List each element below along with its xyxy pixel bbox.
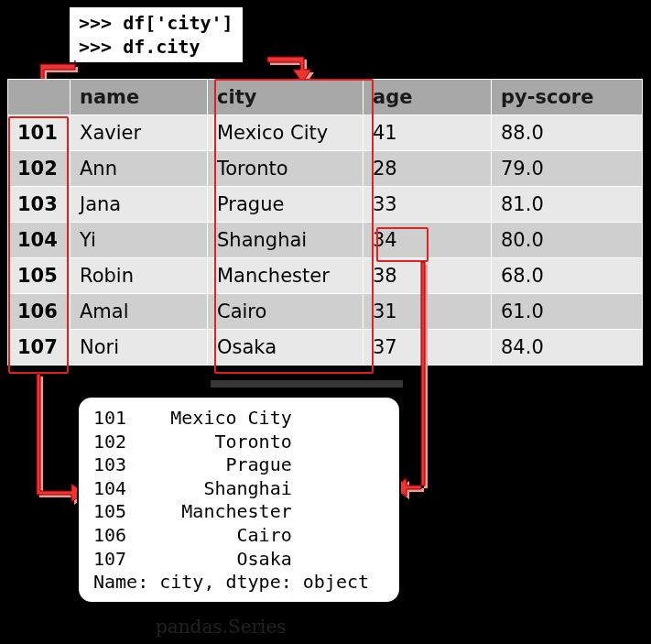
header-age: age	[363, 80, 492, 115]
cell-age: 33	[363, 187, 492, 223]
cell-city: Prague	[208, 187, 363, 223]
cell-idx: 105	[8, 258, 71, 294]
cell-pyscore: 81.0	[492, 187, 643, 223]
cell-name: Amal	[71, 294, 208, 330]
cell-idx: 104	[8, 223, 71, 258]
cell-idx: 103	[8, 187, 71, 223]
cell-idx: 106	[8, 294, 71, 330]
cell-idx: 102	[8, 151, 71, 187]
table-shadow-bar	[211, 380, 403, 387]
header-name: name	[71, 80, 208, 115]
code-line-2: >>> df.city	[79, 35, 233, 59]
cell-city: Toronto	[208, 151, 363, 187]
table-row: 105RobinManchester3868.0	[8, 258, 643, 294]
table-row: 106AmalCairo3161.0	[8, 294, 643, 330]
cell-city: Cairo	[208, 294, 363, 330]
table-row: 103JanaPrague3381.0	[8, 187, 643, 223]
cell-name: Ann	[71, 151, 208, 187]
cell-pyscore: 88.0	[492, 115, 643, 151]
cell-age: 28	[363, 151, 492, 187]
cell-pyscore: 79.0	[492, 151, 643, 187]
table-row: 101XavierMexico City4188.0	[8, 115, 643, 151]
cell-age: 38	[363, 258, 492, 294]
dataframe-table: name city age py-score 101XavierMexico C…	[7, 79, 643, 366]
table-row: 104YiShanghai3480.0	[8, 223, 643, 258]
code-line-1: >>> df['city']	[79, 11, 233, 35]
code-snippet-box: >>> df['city'] >>> df.city	[68, 5, 244, 64]
series-caption: pandas.Series	[156, 616, 287, 638]
cell-pyscore: 61.0	[492, 294, 643, 330]
header-city: city	[208, 80, 363, 115]
cell-pyscore: 84.0	[492, 330, 643, 366]
cell-city: Osaka	[208, 330, 363, 366]
cell-age: 31	[363, 294, 492, 330]
cell-age: 34	[363, 223, 492, 258]
cell-age: 41	[363, 115, 492, 151]
cell-name: Xavier	[71, 115, 208, 151]
cell-name: Robin	[71, 258, 208, 294]
table-row: 102AnnToronto2879.0	[8, 151, 643, 187]
cell-city: Mexico City	[208, 115, 363, 151]
cell-pyscore: 68.0	[492, 258, 643, 294]
cell-city: Manchester	[208, 258, 363, 294]
series-output-box: 101 Mexico City 102 Toronto 103 Prague 1…	[77, 396, 401, 604]
cell-name: Nori	[71, 330, 208, 366]
cell-pyscore: 80.0	[492, 223, 643, 258]
header-pyscore: py-score	[492, 80, 643, 115]
table-row: 107NoriOsaka3784.0	[8, 330, 643, 366]
cell-age: 37	[363, 330, 492, 366]
header-row: name city age py-score	[8, 80, 643, 115]
cell-name: Yi	[71, 223, 208, 258]
cell-city: Shanghai	[208, 223, 363, 258]
dataframe: name city age py-score 101XavierMexico C…	[7, 79, 643, 366]
cell-idx: 101	[8, 115, 71, 151]
cell-name: Jana	[71, 187, 208, 223]
cell-idx: 107	[8, 330, 71, 366]
header-index	[8, 80, 71, 115]
